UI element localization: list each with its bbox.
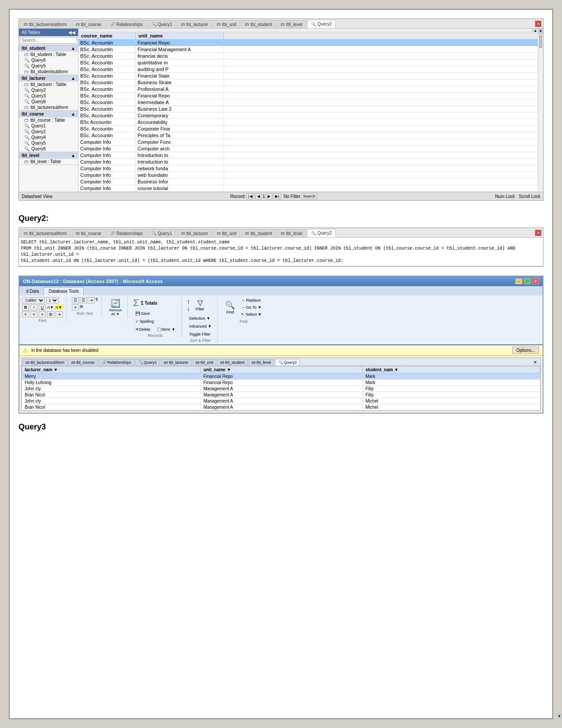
window-close-button-2[interactable]: ✕ (535, 230, 541, 236)
spelling-btn[interactable]: ✓ Spelling (133, 318, 156, 325)
bullets-button[interactable]: ☰ (72, 297, 79, 303)
inner-tab-query2[interactable]: 🔍 Query2 (275, 359, 300, 366)
nav-item-query3-l[interactable]: 🔍 Query3 (19, 93, 78, 99)
select-btn[interactable]: ↖ Select ▼ (239, 311, 264, 317)
nav-item-query6-s[interactable]: 🔍 Query6 (19, 57, 78, 63)
nav-search-input[interactable] (20, 37, 77, 44)
tab-level-1[interactable]: 🗃 tbl_level (277, 20, 306, 28)
nav-item-studentsubform[interactable]: 🗃 tbl_studentsubform (19, 69, 78, 75)
save-btn[interactable]: 💾 Save (133, 310, 153, 317)
tab-unit-2[interactable]: 🗃 tbl_unit (213, 229, 240, 237)
nav-item-query5-c[interactable]: 🔍 Query5 (19, 140, 78, 146)
indent-btn[interactable]: ⇥ (88, 297, 95, 303)
more-btn[interactable]: 📋 More ▼ (154, 326, 178, 332)
record-prev-btn[interactable]: ◀ (255, 193, 262, 199)
nav-item-query5-s[interactable]: 🔍 Query5 (19, 63, 78, 69)
nav-item-lacturersubform[interactable]: 🗃 tbl_lacturersubform (19, 105, 78, 110)
tab-course-2[interactable]: 🗃 tbl_course (72, 229, 105, 237)
grid-row-0: BSc. Accountin Financiel Repo (78, 40, 538, 46)
inner-tab-level[interactable]: 🗃 tbl_level (249, 359, 274, 366)
tab-query1-1[interactable]: 🔍 Query1 (148, 20, 176, 28)
tab-relationships-1[interactable]: 🔗 Relationships (106, 20, 147, 28)
delete-btn[interactable]: ✕ Delete (133, 326, 153, 332)
nav-item-query2-c[interactable]: 🔍 Query2 (19, 129, 78, 134)
indent-button[interactable]: ⇥ (56, 311, 63, 317)
tab-level-2[interactable]: 🗃 tbl_level (277, 229, 306, 237)
numbered-button[interactable]: ☰ (80, 297, 87, 303)
inner-tab-lacturersubform[interactable]: 🗃 tbl_lacturersubform (22, 359, 67, 366)
align-center-button[interactable]: ≡ (30, 311, 37, 317)
restore-button[interactable]: □ (524, 278, 531, 284)
font-name-select[interactable]: Calibri (22, 297, 45, 303)
inner-tab-lacturer[interactable]: 🗃 tbl_lacturer (161, 359, 192, 366)
record-first-btn[interactable]: |◀ (246, 193, 254, 199)
inner-tab-student[interactable]: 🗃 tbl_student (217, 359, 248, 366)
tab-course-1[interactable]: 🗃 tbl_course (72, 20, 105, 28)
inner-tab-course[interactable]: 🗃 tbl_course (68, 359, 98, 366)
inner-tab-unit[interactable]: 🗃 tbl_unit (193, 359, 216, 366)
replace-icon: ↔ (241, 298, 245, 302)
tab-lacturer-2[interactable]: 🗃 tbl_lacturer (177, 229, 212, 237)
tab-lacturer-1[interactable]: 🗃 tbl_lacturer (177, 20, 212, 28)
nav-item-query1-c[interactable]: 🔍 Query1 (19, 123, 78, 129)
ribbon-tab-dbtools[interactable]: Database Tools (44, 287, 84, 295)
window-close-button-1[interactable]: ✕ (535, 21, 541, 27)
scroll-up-btn[interactable]: ▲ (532, 29, 538, 32)
nav-group-course-header[interactable]: tbl_course ▲ (19, 111, 78, 117)
inner-tab-close[interactable]: ✕ (532, 359, 539, 366)
tab-query2-1[interactable]: 🔍 Query2 (307, 20, 336, 28)
nav-item-level-table[interactable]: 🗃 tbl_level : Table (19, 159, 78, 164)
spacing-btn[interactable]: ≡ (72, 304, 79, 310)
grid-view-button[interactable]: ⊞ (47, 311, 54, 317)
toggle-filter-btn[interactable]: Toggle Filter (187, 331, 213, 337)
nav-group-level-header[interactable]: tbl_level ▲ (19, 152, 78, 159)
minimize-button[interactable]: ─ (515, 278, 522, 284)
find-btn[interactable]: 🔍 Find (223, 299, 237, 316)
bold-button[interactable]: B (22, 304, 29, 310)
record-next-btn[interactable]: ▶ (266, 193, 272, 199)
nav-item-query4-c[interactable]: 🔍 Query4 (19, 134, 78, 140)
inner-tab-rel[interactable]: 🔗 Relationships (99, 359, 134, 366)
refresh-all-button[interactable]: 🔄 Refresh All ▼ (107, 297, 124, 317)
tab-rel-2[interactable]: 🔗 Relationships (106, 229, 147, 237)
tab-student-2[interactable]: 🗃 tbl_student (241, 229, 276, 237)
nav-item-query2-l[interactable]: 🔍 Query2 (19, 87, 78, 93)
underline-button[interactable]: U (39, 304, 46, 310)
advanced-btn[interactable]: Advanced ▼ (187, 323, 214, 329)
align-left-button[interactable]: ≡ (22, 311, 29, 317)
nav-group-lacturer-header[interactable]: tbl_lacturer ▲ (19, 75, 78, 82)
table-icon-2a: 🗃 (24, 231, 28, 235)
record-last-btn[interactable]: ▶| (273, 193, 281, 199)
selection-btn[interactable]: Selection ▼ (187, 315, 212, 321)
font-size-select[interactable]: 11 (46, 297, 59, 303)
nav-item-query6-c[interactable]: 🔍 Query6 (19, 146, 78, 152)
ribbon-tab-data[interactable]: d Data (21, 287, 44, 295)
nav-collapse-icon[interactable]: ◀◀ (68, 30, 75, 35)
tab-query2-2[interactable]: 🔍 Query2 (307, 229, 336, 237)
replace-btn[interactable]: ↔ Replace (239, 297, 264, 303)
scroll-up-arrow[interactable]: ▲ (538, 29, 543, 34)
nav-item-query6-l[interactable]: 🔍 Query6 (19, 99, 78, 105)
nav-group-student-header[interactable]: tbl_student ▲ (19, 45, 78, 52)
tab-query1-2[interactable]: 🔍 Query1 (148, 229, 176, 237)
tab-lacturersubform-2[interactable]: 🗃 tbl_lacturersubform (20, 229, 71, 237)
close-button[interactable]: ✕ (532, 278, 539, 284)
options-button[interactable]: Options... (512, 347, 539, 354)
vertical-scrollbar-1[interactable]: ▲ ▼ (538, 29, 543, 192)
goto-btn[interactable]: → Go To ▼ (239, 304, 264, 310)
tab-student-1[interactable]: 🗃 tbl_student (241, 20, 276, 28)
nav-item-lacturer-table[interactable]: 🗃 tbl_lacturer : Table (19, 82, 78, 87)
nav-item-course-table[interactable]: 🗃 tbl_course : Table (19, 117, 78, 123)
scrollbar-thumb[interactable] (539, 35, 542, 48)
filter-btn[interactable]: ▽ Filter (194, 297, 207, 313)
inner-tab-query1[interactable]: 🔍 Query1 (135, 359, 160, 366)
tab-lacturersubform-1[interactable]: 🗃 tbl_lacturersubform (20, 20, 71, 28)
grid-rows-container: BSc. Accountin Financiel Repo BSc. Accou… (78, 40, 538, 192)
scroll-down-arrow[interactable]: ▼ (557, 714, 562, 719)
grid-row-12: BSc Accountin Accountability (78, 119, 538, 126)
search-btn[interactable]: Search (301, 193, 317, 199)
tab-unit-1[interactable]: 🗃 tbl_unit (213, 20, 240, 28)
italic-button[interactable]: I (30, 304, 37, 310)
nav-item-student-table[interactable]: 🗃 tbl_student : Table (19, 52, 78, 57)
align-right-button[interactable]: ≡ (39, 311, 46, 317)
